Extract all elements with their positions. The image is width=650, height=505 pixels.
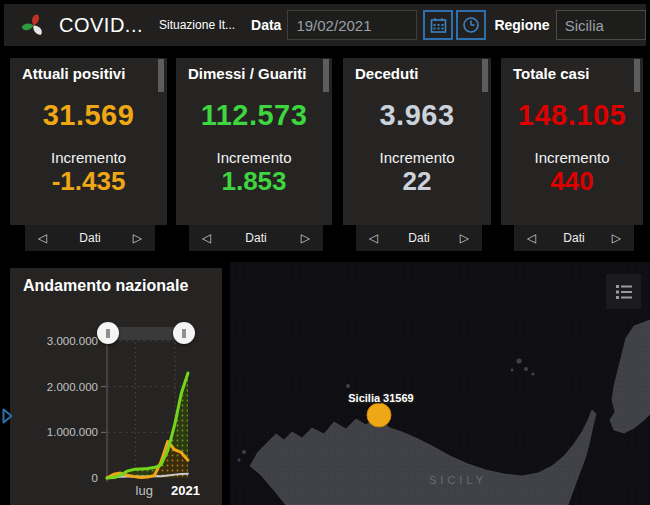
map-panel[interactable]: SICILY Sicilia 31569	[230, 262, 650, 505]
map-region-label: SICILY	[429, 474, 487, 486]
svg-text:1.000.000: 1.000.000	[47, 426, 98, 438]
card-title: Dimessi / Guariti	[176, 58, 332, 82]
trend-chart: 01.000.0002.000.0003.000.000lug2021	[10, 268, 222, 505]
pager-prev-icon[interactable]: ◁	[527, 232, 536, 244]
pager-next-icon[interactable]: ▷	[133, 232, 142, 244]
grip-icon	[106, 329, 110, 338]
increment-label: Incremento	[501, 149, 643, 166]
pager-totale-casi: ◁ Dati ▷	[514, 225, 634, 251]
calendar-icon	[430, 17, 447, 34]
card-title: Deceduti	[343, 58, 491, 82]
svg-text:3.000.000: 3.000.000	[47, 335, 98, 347]
clock-icon	[462, 16, 480, 34]
pager-deceduti: ◁ Dati ▷	[356, 225, 482, 251]
time-slider-button[interactable]	[456, 10, 486, 40]
data-label: Data	[251, 17, 281, 33]
region-input[interactable]	[556, 10, 646, 40]
trend-title: Andamento nazionale	[10, 268, 222, 295]
increment-label: Incremento	[10, 149, 167, 166]
legend-icon	[614, 282, 634, 302]
pager-attuali-positivi: ◁ Dati ▷	[25, 225, 155, 251]
increment-value: -1.435	[10, 166, 167, 197]
pager-next-icon[interactable]: ▷	[612, 232, 621, 244]
card-title: Attuali positivi	[10, 58, 167, 82]
card-scrollbar[interactable]	[482, 59, 488, 92]
date-input[interactable]	[287, 10, 417, 40]
regione-label: Regione	[494, 17, 549, 33]
grip-icon	[182, 329, 186, 338]
svg-text:2021: 2021	[171, 483, 200, 498]
increment-label: Incremento	[343, 149, 491, 166]
marker-label: Sicilia 31569	[348, 392, 413, 404]
pager-next-icon[interactable]: ▷	[460, 232, 469, 244]
pager-prev-icon[interactable]: ◁	[202, 232, 211, 244]
expand-pane-arrow-icon[interactable]	[1, 407, 14, 425]
increment-value: 440	[501, 166, 643, 197]
dashboard: COVID... Situazione It... Data	[0, 0, 650, 505]
header-bar: COVID... Situazione It... Data	[4, 4, 646, 46]
card-title: Totale casi	[501, 58, 643, 82]
date-range-slider-handle-right[interactable]	[173, 322, 195, 344]
increment-label: Incremento	[176, 149, 332, 166]
sicily-map: SICILY Sicilia 31569	[230, 262, 650, 505]
pager-prev-icon[interactable]: ◁	[369, 232, 378, 244]
pager-label: Dati	[79, 231, 100, 245]
app-subtitle: Situazione It...	[159, 18, 235, 32]
card-scrollbar[interactable]	[158, 59, 164, 92]
region-data-marker[interactable]	[367, 403, 391, 427]
card-value: 148.105	[501, 99, 643, 132]
increment-value: 22	[343, 166, 491, 197]
increment-value: 1.853	[176, 166, 332, 197]
pager-dimessi-guariti: ◁ Dati ▷	[189, 225, 323, 251]
app-title: COVID...	[59, 14, 143, 37]
pager-label: Dati	[245, 231, 266, 245]
card-scrollbar[interactable]	[634, 59, 640, 92]
card-value: 112.573	[176, 99, 332, 132]
pager-label: Dati	[408, 231, 429, 245]
protezione-civile-logo-icon	[20, 12, 47, 39]
svg-text:0: 0	[92, 472, 98, 484]
pager-next-icon[interactable]: ▷	[301, 232, 310, 244]
date-range-slider-handle-left[interactable]	[97, 322, 119, 344]
card-value: 31.569	[10, 99, 167, 132]
map-legend-button[interactable]	[606, 274, 641, 309]
card-dimessi-guariti: Dimessi / Guariti 112.573 Incremento 1.8…	[176, 58, 332, 225]
card-totale-casi: Totale casi 148.105 Incremento 440	[501, 58, 643, 225]
card-deceduti: Deceduti 3.963 Incremento 22	[343, 58, 491, 225]
card-scrollbar[interactable]	[323, 59, 329, 92]
calendar-button[interactable]	[423, 10, 453, 40]
pager-prev-icon[interactable]: ◁	[38, 232, 47, 244]
svg-text:2.000.000: 2.000.000	[47, 381, 98, 393]
card-value: 3.963	[343, 99, 491, 132]
trend-panel: 01.000.0002.000.0003.000.000lug2021 Anda…	[10, 268, 222, 505]
svg-text:lug: lug	[136, 483, 153, 498]
pager-label: Dati	[563, 231, 584, 245]
card-attuali-positivi: Attuali positivi 31.569 Incremento -1.43…	[10, 58, 167, 225]
